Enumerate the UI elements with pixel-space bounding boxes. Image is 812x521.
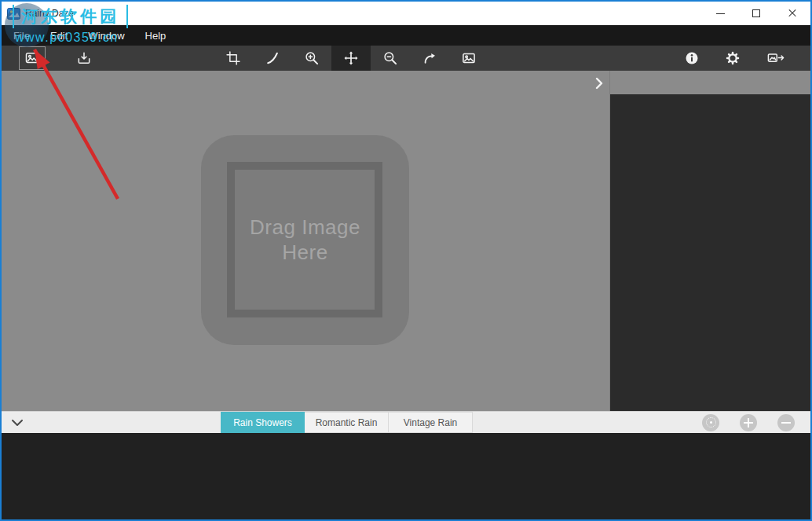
add-preset-button[interactable]	[740, 414, 757, 431]
close-button[interactable]	[774, 2, 810, 25]
menubar: File Edit Window Help	[2, 25, 810, 46]
gear-icon	[725, 50, 741, 66]
maximize-icon	[752, 9, 760, 17]
minimize-button[interactable]	[702, 2, 738, 25]
curve-tool-icon	[265, 50, 280, 66]
open-image-button[interactable]	[19, 46, 46, 70]
right-panel-body	[610, 94, 810, 411]
window-controls	[702, 2, 810, 25]
toolbar	[2, 46, 810, 71]
redo-button[interactable]	[410, 46, 449, 71]
app-window: Rainy Daze File Edit Window Help	[0, 0, 812, 521]
zoom-out-icon	[382, 50, 398, 66]
info-icon	[684, 50, 700, 66]
close-icon	[788, 9, 797, 18]
plus-icon	[744, 418, 753, 427]
image-dropzone[interactable]: Drag Image Here	[201, 135, 409, 345]
tab-romantic-rain[interactable]: Romantic Rain	[305, 412, 389, 433]
export-button[interactable]	[760, 46, 792, 70]
open-image-icon	[24, 50, 40, 66]
menu-edit[interactable]: Edit	[40, 25, 78, 46]
app-icon	[7, 8, 20, 20]
menu-file[interactable]: File	[3, 25, 40, 46]
dropzone-label-text: Drag Image Here	[235, 215, 376, 265]
maximize-button[interactable]	[738, 2, 774, 25]
toolbar-right-group	[678, 46, 792, 71]
import-image-button[interactable]	[71, 46, 97, 70]
minus-icon	[781, 422, 791, 424]
zoom-out-button[interactable]	[371, 46, 410, 71]
titlebar: Rainy Daze	[2, 2, 810, 25]
toolbar-center-group	[214, 46, 488, 71]
curve-tool-button[interactable]	[253, 46, 292, 71]
crop-button[interactable]	[214, 46, 253, 71]
window-title: Rainy Daze	[25, 8, 74, 19]
image-preview-button[interactable]	[449, 46, 488, 71]
preset-options-button[interactable]	[702, 414, 719, 431]
main-area: Drag Image Here	[2, 71, 810, 411]
redo-icon	[422, 50, 437, 66]
chevron-down-icon	[11, 419, 24, 427]
preset-tabbar: Rain Showers Romantic Rain Vintage Rain	[2, 411, 810, 433]
zoom-in-button[interactable]	[292, 46, 331, 71]
crop-icon	[225, 50, 241, 66]
import-icon	[76, 50, 92, 66]
collapse-presets-button[interactable]	[11, 412, 24, 433]
image-preview-icon	[461, 50, 477, 66]
dropzone-label: Drag Image Here	[201, 135, 409, 345]
canvas: Drag Image Here	[2, 71, 609, 411]
minimize-icon	[716, 13, 725, 14]
panel-collapse-button[interactable]	[592, 75, 606, 91]
remove-preset-button[interactable]	[777, 414, 795, 431]
tab-vintage-rain[interactable]: Vintage Rain	[389, 412, 473, 433]
dotted-circle-icon	[706, 417, 716, 427]
move-icon	[343, 50, 359, 66]
settings-button[interactable]	[719, 46, 746, 70]
toolbar-left-group	[19, 46, 97, 71]
preset-strip	[2, 433, 810, 519]
menu-window[interactable]: Window	[78, 25, 134, 46]
preset-actions	[702, 412, 795, 433]
menu-help[interactable]: Help	[135, 25, 177, 46]
right-panel	[609, 71, 810, 411]
right-panel-header	[610, 71, 810, 94]
chevron-right-icon	[595, 77, 603, 90]
tab-rain-showers[interactable]: Rain Showers	[221, 412, 305, 433]
info-button[interactable]	[678, 46, 705, 70]
preset-tabs: Rain Showers Romantic Rain Vintage Rain	[221, 412, 473, 433]
export-icon	[766, 50, 785, 66]
zoom-in-icon	[304, 50, 320, 66]
move-tool-button[interactable]	[331, 46, 371, 71]
